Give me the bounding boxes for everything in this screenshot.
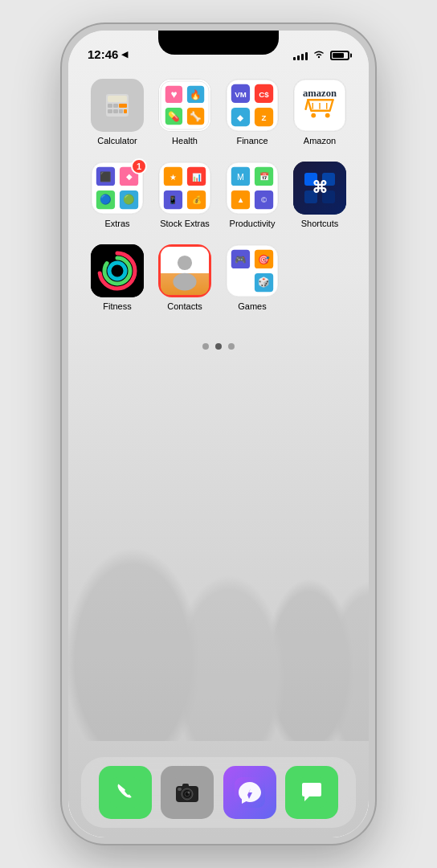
signal-bar-2 xyxy=(297,55,300,60)
extras-badge: 1 xyxy=(131,158,147,174)
svg-rect-7 xyxy=(108,109,112,113)
svg-point-76 xyxy=(173,273,196,291)
svg-text:amazon: amazon xyxy=(303,88,337,99)
dock xyxy=(81,757,356,828)
fitness-label: Fitness xyxy=(103,301,131,311)
svg-text:M: M xyxy=(237,172,244,182)
health-label: Health xyxy=(172,136,198,145)
svg-text:🎲: 🎲 xyxy=(258,276,270,288)
app-calculator[interactable]: Calculator xyxy=(88,79,147,145)
finance-icon: VM C$ ◆ Z xyxy=(226,79,279,132)
stock-extras-label: Stock Extras xyxy=(160,219,210,228)
svg-text:💊: 💊 xyxy=(168,111,180,122)
signal-bars xyxy=(293,51,308,60)
camera-dock-icon xyxy=(161,766,214,819)
app-grid: Calculator ♥ 🔥 💊 xyxy=(84,79,353,311)
health-icon: ♥ 🔥 💊 🦴 xyxy=(158,79,211,132)
battery-fill xyxy=(333,53,344,58)
games-label: Games xyxy=(238,301,266,311)
phone-frame: 12:46 ◀ xyxy=(62,24,375,844)
svg-rect-10 xyxy=(124,109,127,113)
volume-up-button[interactable] xyxy=(62,199,65,248)
svg-rect-8 xyxy=(113,109,118,113)
silent-switch[interactable] xyxy=(62,159,65,187)
svg-rect-6 xyxy=(119,104,127,108)
status-time: 12:46 xyxy=(88,47,118,61)
page-dot-1[interactable] xyxy=(202,343,209,350)
app-extras[interactable]: 1 ⬛ ◆ 🔵 🟢 Extras xyxy=(88,162,147,228)
notch xyxy=(158,31,279,55)
fitness-icon xyxy=(91,244,144,297)
status-icons xyxy=(293,49,349,61)
svg-text:◆: ◆ xyxy=(236,113,244,122)
app-games[interactable]: 🎮 🎯 🎲 Games xyxy=(223,244,282,311)
shortcuts-icon: ⌘ xyxy=(293,162,346,215)
app-finance[interactable]: VM C$ ◆ Z Finance xyxy=(223,79,282,145)
dock-phone[interactable] xyxy=(99,766,152,819)
app-amazon[interactable]: amazon Amazon xyxy=(290,79,349,145)
stock-extras-icon: ★ 📊 📱 💰 xyxy=(158,162,211,215)
signal-bar-3 xyxy=(301,54,304,60)
svg-rect-9 xyxy=(119,109,123,113)
volume-down-button[interactable] xyxy=(62,260,65,308)
contacts-icon xyxy=(158,244,211,297)
app-fitness[interactable]: Fitness xyxy=(88,244,147,311)
power-button[interactable] xyxy=(372,191,375,248)
svg-text:🎯: 🎯 xyxy=(258,254,270,265)
svg-text:🎮: 🎮 xyxy=(235,254,247,265)
contacts-label: Contacts xyxy=(167,301,202,311)
svg-text:🔥: 🔥 xyxy=(190,89,202,100)
shortcuts-label: Shortcuts xyxy=(301,219,338,228)
finance-label: Finance xyxy=(236,136,268,145)
calculator-label: Calculator xyxy=(97,136,137,145)
games-icon: 🎮 🎯 🎲 xyxy=(226,244,279,297)
app-stock-extras[interactable]: ★ 📊 📱 💰 Stock Extras xyxy=(155,162,214,228)
app-contacts[interactable]: Contacts xyxy=(155,244,214,311)
page-dot-3[interactable] xyxy=(228,343,235,350)
svg-text:📱: 📱 xyxy=(168,195,178,205)
app-productivity[interactable]: M 📅 ▲ © Productivity xyxy=(223,162,282,228)
svg-point-75 xyxy=(178,256,192,270)
productivity-label: Productivity xyxy=(230,219,276,228)
phone-dock-icon xyxy=(99,766,152,819)
svg-text:📊: 📊 xyxy=(192,173,202,182)
svg-text:VM: VM xyxy=(235,90,247,99)
app-shortcuts[interactable]: ⌘ Shortcuts xyxy=(290,162,349,228)
location-icon: ◀ xyxy=(121,49,128,59)
messages-dock-icon xyxy=(285,766,338,819)
svg-rect-3 xyxy=(108,96,127,102)
svg-text:C$: C$ xyxy=(259,90,269,99)
home-screen: Calculator ♥ 🔥 💊 xyxy=(68,66,369,765)
svg-text:📅: 📅 xyxy=(259,172,270,182)
svg-text:💰: 💰 xyxy=(192,195,202,205)
svg-point-32 xyxy=(311,113,316,118)
dock-messenger[interactable] xyxy=(223,766,276,819)
svg-text:⌘: ⌘ xyxy=(312,178,328,196)
dock-camera[interactable] xyxy=(161,766,214,819)
amazon-icon: amazon xyxy=(293,79,346,132)
svg-text:©: © xyxy=(261,195,267,204)
page-dot-2[interactable] xyxy=(215,343,222,350)
app-health[interactable]: ♥ 🔥 💊 🦴 Health xyxy=(155,79,214,145)
svg-rect-5 xyxy=(113,104,118,108)
svg-text:♥: ♥ xyxy=(170,88,177,100)
dock-messages[interactable] xyxy=(285,766,338,819)
svg-text:◆: ◆ xyxy=(126,172,133,181)
calculator-icon xyxy=(91,79,144,132)
svg-rect-90 xyxy=(178,788,182,791)
wifi-icon xyxy=(312,49,325,61)
svg-rect-91 xyxy=(182,784,189,788)
svg-point-33 xyxy=(325,113,330,118)
signal-bar-4 xyxy=(305,52,308,60)
signal-bar-1 xyxy=(293,57,296,60)
svg-text:★: ★ xyxy=(169,173,177,182)
svg-text:🟢: 🟢 xyxy=(123,194,135,205)
extras-label: Extras xyxy=(104,219,129,228)
messenger-dock-icon xyxy=(223,766,276,819)
svg-text:🔵: 🔵 xyxy=(100,194,112,205)
svg-rect-4 xyxy=(108,104,112,108)
svg-point-92 xyxy=(185,792,190,796)
svg-text:▲: ▲ xyxy=(237,195,245,204)
productivity-icon: M 📅 ▲ © xyxy=(226,162,279,215)
amazon-label: Amazon xyxy=(304,136,336,145)
